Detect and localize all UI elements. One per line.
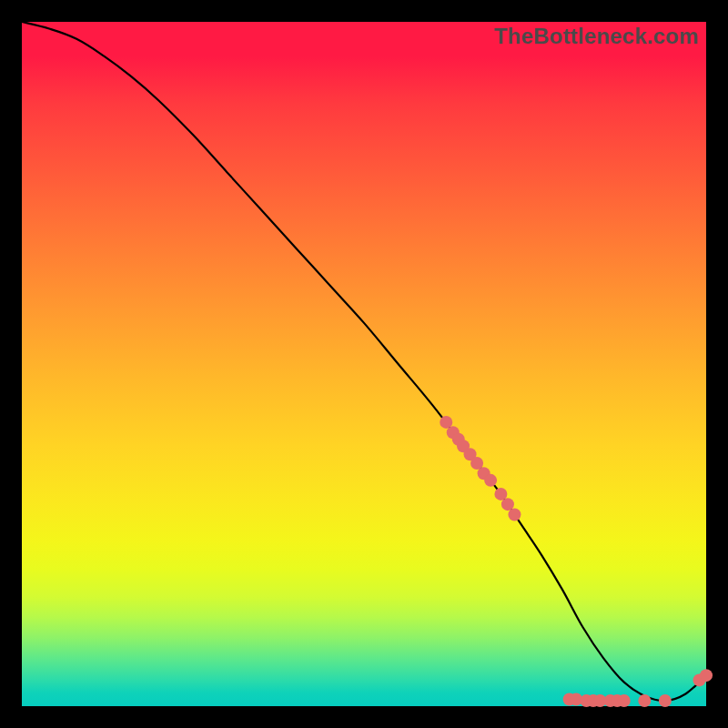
plot-area: TheBottleneck.com (22, 22, 706, 706)
data-marker (700, 669, 713, 682)
data-marker (638, 694, 651, 707)
chart-stage: TheBottleneck.com (0, 0, 728, 728)
chart-svg (22, 22, 706, 706)
bottleneck-curve (22, 22, 706, 701)
data-marker (618, 694, 631, 707)
data-markers (440, 416, 713, 707)
data-marker (484, 474, 497, 487)
data-marker (659, 694, 672, 707)
data-marker (508, 508, 521, 521)
